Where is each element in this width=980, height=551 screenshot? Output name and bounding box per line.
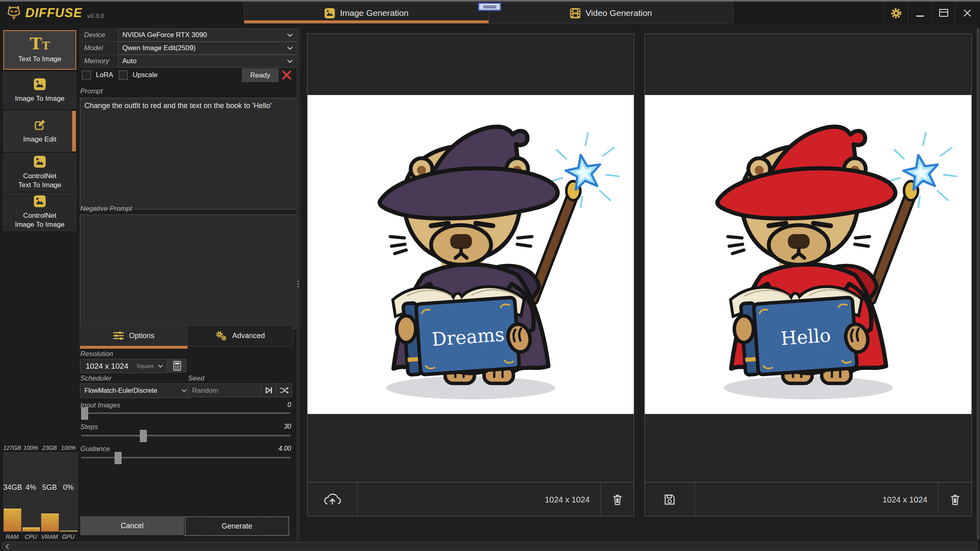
close-button[interactable] [955, 2, 979, 24]
sidebar-item-image-edit[interactable]: Image Edit [3, 111, 76, 152]
tab-label: Video Generation [586, 8, 652, 18]
seed-randomize-button[interactable] [276, 384, 292, 397]
trash-icon [949, 493, 961, 506]
seed-last-button[interactable] [261, 384, 276, 397]
sidebar-item-label: Image To Image [15, 95, 65, 102]
lora-label: LoRA [96, 71, 113, 79]
slider-handle[interactable] [140, 430, 147, 442]
book-title: Hello [780, 325, 831, 350]
tab-image-generation[interactable]: Image Generation [244, 3, 489, 23]
app-logo: DIFFUSE v0.3.0 [6, 4, 104, 22]
resolution-calculator-button[interactable] [168, 359, 186, 372]
monitor-bar [41, 452, 59, 532]
device-select[interactable]: NVIDIA GeForce RTX 3090 [118, 29, 297, 42]
chevron-down-icon [287, 46, 293, 50]
sidebar-item-controlnet-image-to-image[interactable]: ControlNet Image To Image [3, 193, 76, 231]
trash-icon [612, 493, 623, 506]
upscale-checkbox[interactable] [119, 71, 128, 80]
guidance-slider[interactable] [81, 457, 290, 458]
sidebar-item-label: Image Edit [23, 135, 56, 143]
image-size-label: 1024 x 1024 [545, 495, 600, 505]
input-images-slider[interactable] [81, 412, 290, 414]
config-panel: Device NVIDIA GeForce RTX 3090 Model Qwe… [80, 26, 293, 551]
input-image[interactable]: Dreams [307, 95, 634, 414]
input-images-value: 0 [288, 401, 291, 409]
monitor-cpu: 100% 4% CPU [22, 445, 40, 542]
monitor-max: 127GB [3, 445, 21, 451]
close-icon [963, 9, 972, 18]
clear-input-image-button[interactable] [600, 482, 634, 517]
calculator-icon [173, 361, 181, 371]
lora-checkbox[interactable] [82, 71, 91, 80]
tab-video-generation[interactable]: Video Generation [489, 3, 733, 23]
cancel-load-icon[interactable] [281, 70, 292, 80]
monitor-max: 100% [22, 445, 40, 451]
sidebar-item-label: Text To Image [18, 181, 62, 189]
steps-value: 30 [284, 423, 291, 430]
image-icon [33, 78, 46, 91]
resolution-label: Resolution [80, 350, 113, 358]
model-value: Qwen Image Edit(2509) [122, 44, 196, 52]
wizard-hat [717, 127, 895, 219]
seed-label: Seed [188, 374, 204, 383]
upload-image-button[interactable] [307, 482, 358, 517]
magic-star [889, 133, 957, 207]
resolution-preset: Square [137, 363, 154, 369]
output-image[interactable]: Hello [645, 95, 971, 414]
resource-monitors: 127GB 34GB RAM 100% 4% CPU 23GB 5GB VRAM… [3, 445, 77, 542]
cancel-button[interactable]: Cancel [80, 516, 184, 535]
device-label: Device [80, 29, 122, 42]
tab-label: Image Generation [340, 8, 409, 18]
slider-handle[interactable] [115, 452, 122, 464]
sidebar-item-controlnet-text-to-image[interactable]: ControlNet Text To Image [3, 153, 76, 191]
sidebar-item-image-to-image[interactable]: Image To Image [3, 72, 76, 109]
memory-label: Memory [80, 55, 122, 68]
vertical-scrollbar[interactable] [976, 28, 980, 540]
model-select[interactable]: Qwen Image Edit(2509) [118, 42, 297, 55]
guidance-label: Guidance [80, 445, 110, 453]
app-version: v0.3.0 [87, 12, 104, 19]
slider-handle[interactable] [81, 407, 88, 420]
tab-advanced[interactable]: Advanced [187, 325, 293, 346]
sidebar-item-label: Image To Image [15, 221, 65, 228]
steps-label: Steps [80, 423, 98, 431]
tab-options[interactable]: Options [80, 325, 188, 346]
window-controls [884, 2, 979, 24]
panel-splitter[interactable] [296, 28, 300, 540]
input-panel-toolbar: 1024 x 1024 [307, 482, 634, 517]
generate-button[interactable]: Generate [185, 516, 289, 536]
maximize-button[interactable] [931, 2, 955, 24]
clear-output-image-button[interactable] [938, 482, 971, 517]
sliders-icon [113, 331, 124, 341]
save-image-button[interactable] [645, 482, 695, 517]
sidebar-item-label: Text To Image [18, 55, 62, 63]
monitor-max: 100% [60, 445, 77, 451]
settings-button[interactable] [884, 2, 908, 24]
sidebar-item-text-to-image[interactable]: TT Text To Image [3, 30, 76, 70]
monitor-max: 23GB [41, 445, 58, 451]
status-badge[interactable]: Ready [242, 69, 279, 82]
panel-drag-handle[interactable] [478, 2, 501, 11]
guidance-value: 4.00 [279, 445, 291, 452]
monitor-bar [22, 452, 40, 532]
monitor-name: CPU [22, 533, 40, 540]
monitor-current: 4% [22, 483, 40, 492]
magic-star [551, 133, 619, 207]
image-icon [324, 8, 335, 19]
negative-prompt-input[interactable] [80, 215, 301, 329]
chevron-down-icon [287, 33, 293, 37]
steps-slider[interactable] [81, 435, 290, 436]
resolution-select[interactable]: 1024 x 1024 Square [80, 359, 167, 373]
sidebar-item-label: ControlNet [23, 212, 56, 219]
tab-label: Options [129, 332, 154, 340]
minimize-button[interactable] [908, 2, 931, 24]
memory-select[interactable]: Auto [118, 55, 297, 68]
prompt-label: Prompt [80, 87, 103, 95]
wizard-hat [380, 127, 557, 219]
negative-prompt-label: Negative Prompt [80, 205, 132, 213]
capybara-wizard-illustration: Dreams [311, 95, 630, 414]
monitor-bar [3, 452, 22, 532]
prompt-input[interactable]: Change the outfit to red and the text on… [80, 98, 301, 210]
horizontal-scrollbar[interactable] [2, 542, 978, 551]
scheduler-select[interactable]: FlowMatch-EulerDiscrete [80, 383, 191, 398]
